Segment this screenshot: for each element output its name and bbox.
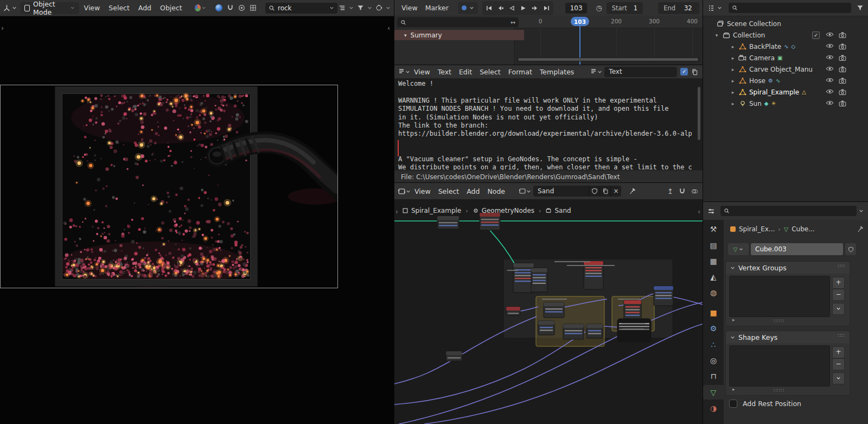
current-frame-field[interactable]: 103 <box>565 3 588 14</box>
viewport-search-input[interactable]: rock <box>265 3 337 14</box>
snap-magnet-icon[interactable] <box>679 188 686 195</box>
breadcrumb-object[interactable]: Spiral_Ex... <box>739 225 775 233</box>
next-keyframe-button[interactable] <box>530 5 540 11</box>
panel-expand-arrow[interactable]: ▸ <box>732 387 735 392</box>
node-tree-name[interactable]: Sand × <box>533 186 621 197</box>
outliner-label[interactable]: Spiral_Example <box>749 88 799 96</box>
text-datablock-name[interactable]: Text <box>604 67 677 77</box>
exclude-checkbox[interactable]: ✓ <box>812 31 820 39</box>
shading-preview-icon[interactable] <box>215 4 222 11</box>
outliner-row-scene-collection[interactable]: Scene Collection <box>703 18 868 29</box>
outliner-label[interactable]: Hose <box>749 77 765 85</box>
vertex-groups-panel-header[interactable]: Vertex Groups ∷∷ <box>726 262 850 274</box>
resize-grip-icon[interactable]: ∷∷∷ <box>774 318 784 324</box>
hide-eye-icon[interactable] <box>826 43 834 50</box>
outliner-label[interactable]: BackPlate <box>749 43 781 50</box>
panel-expand-arrow[interactable]: ▸ <box>732 317 735 322</box>
scrollbar-thumb[interactable] <box>518 58 698 61</box>
editor-type-icon[interactable] <box>398 68 405 75</box>
outliner-row-sun[interactable]: ▸Sun◆☀ <box>703 98 868 109</box>
summary-channel[interactable]: ▾ Summary <box>394 30 524 40</box>
chevron-down-icon[interactable] <box>406 189 411 194</box>
play-reverse-button[interactable] <box>507 5 517 11</box>
tab-view-layer[interactable]: ▦ <box>703 254 724 268</box>
shape-keys-list[interactable] <box>729 345 830 387</box>
hide-eye-icon[interactable] <box>826 100 834 107</box>
hide-eye-icon[interactable] <box>826 31 834 39</box>
geometry-node-editor[interactable]: View Select Add Node Sand × <box>394 183 703 424</box>
editor-type-icon[interactable] <box>3 4 11 12</box>
expand-arrow[interactable]: ▾ <box>404 33 407 38</box>
outliner-row-backplate[interactable]: ▸BackPlate∿◇ <box>703 41 868 52</box>
time-ruler[interactable]: 0200300400 <box>514 16 703 28</box>
menu-view[interactable]: View <box>80 4 104 12</box>
text-scrollbar[interactable] <box>698 87 700 140</box>
menu-add[interactable]: Add <box>463 187 483 195</box>
outliner-label[interactable]: Carve Object_Manu <box>749 66 813 73</box>
node-canvas[interactable]: › ‹ Spiral_Example › GeometryNodes › San… <box>394 199 703 424</box>
shape-key-specials-button[interactable] <box>832 372 845 384</box>
region-expand-toggle[interactable]: › <box>395 208 398 216</box>
add-rest-position-checkbox[interactable] <box>729 400 737 408</box>
tab-constraints[interactable]: ⊓ <box>703 369 724 383</box>
object-type-visibility-icon[interactable] <box>339 4 346 11</box>
expand-arrow[interactable]: ▸ <box>730 101 736 106</box>
snap-magnet-icon[interactable] <box>227 4 234 11</box>
filter-funnel-icon[interactable] <box>357 4 364 11</box>
gizmos-icon[interactable] <box>375 4 382 11</box>
overlays-icon[interactable] <box>691 188 698 195</box>
outliner-label[interactable]: Camera <box>749 54 775 62</box>
tab-scene[interactable]: ◭ <box>703 269 724 284</box>
expand-arrow[interactable]: ▾ <box>714 33 719 38</box>
editor-type-icon[interactable] <box>707 4 715 12</box>
datablock-browse-icon[interactable] <box>590 68 597 75</box>
chevron-down-icon[interactable] <box>526 189 531 194</box>
pin-icon[interactable] <box>857 226 864 233</box>
transform-orientation-icon[interactable] <box>195 4 201 11</box>
tab-modifiers[interactable]: ⚙ <box>703 321 724 336</box>
copy-datablock-icon[interactable] <box>691 68 698 75</box>
menu-edit[interactable]: Edit <box>455 68 476 76</box>
jump-to-start-button[interactable] <box>484 5 494 11</box>
chevron-down-icon[interactable] <box>349 5 354 10</box>
resize-grip-icon[interactable]: ∷∷∷ <box>774 388 784 393</box>
outliner-label[interactable]: Collection <box>733 31 765 39</box>
snap-grid-icon[interactable] <box>250 4 257 11</box>
breadcrumb-group[interactable]: Sand <box>545 207 571 214</box>
frame-end-field[interactable]: End 32 <box>658 2 699 14</box>
tab-physics[interactable]: ◎ <box>703 353 724 368</box>
editor-type-chevron-icon[interactable] <box>12 5 17 10</box>
pin-icon[interactable] <box>629 188 636 195</box>
datablock-browse-icon[interactable] <box>519 187 526 195</box>
chevron-down-icon[interactable] <box>202 5 206 10</box>
render-visibility-camera-icon[interactable] <box>839 66 846 74</box>
preview-range-icon[interactable]: ◷ <box>596 4 602 12</box>
filter-funnel-icon[interactable] <box>857 4 864 11</box>
outliner-row-collection[interactable]: ▾Collection✓ <box>703 29 868 41</box>
editor-type-icon[interactable] <box>707 207 715 215</box>
vertex-group-specials-button[interactable] <box>832 303 845 315</box>
menu-templates[interactable]: Templates <box>536 68 578 76</box>
outliner-row-carve-object-manu[interactable]: ▸Carve Object_Manu <box>703 64 868 75</box>
region-collapse-toggle[interactable]: ‹ <box>387 24 390 32</box>
menu-select[interactable]: Select <box>476 68 505 76</box>
menu-add[interactable]: Add <box>135 4 155 12</box>
menu-object[interactable]: Object <box>156 4 186 12</box>
outliner-search-input[interactable] <box>729 3 851 13</box>
datablock-browse-button[interactable]: ▽ <box>728 243 749 255</box>
chevron-down-icon[interactable] <box>717 5 722 10</box>
auto-keying-toggle[interactable] <box>458 2 478 14</box>
breadcrumb-object[interactable]: Spiral_Example <box>402 207 461 214</box>
breadcrumb-data[interactable]: Cube... <box>792 225 814 233</box>
menu-view[interactable]: View <box>411 187 435 195</box>
shape-keys-panel-header[interactable]: Shape Keys ∷∷ <box>726 331 850 343</box>
outliner-row-spiral-example[interactable]: ▸Spiral_Example△ <box>703 86 868 98</box>
outliner-row-camera[interactable]: ▸Camera▣ <box>703 52 868 64</box>
chevron-down-icon[interactable] <box>386 5 391 10</box>
remove-vertex-group-button[interactable]: − <box>832 289 845 301</box>
render-visibility-camera-icon[interactable] <box>839 77 846 86</box>
expand-arrow[interactable]: ▸ <box>730 90 736 95</box>
data-name-field[interactable]: Cube.003 <box>751 243 843 255</box>
expand-arrow[interactable]: ▸ <box>730 44 736 49</box>
hide-eye-icon[interactable] <box>826 88 834 96</box>
